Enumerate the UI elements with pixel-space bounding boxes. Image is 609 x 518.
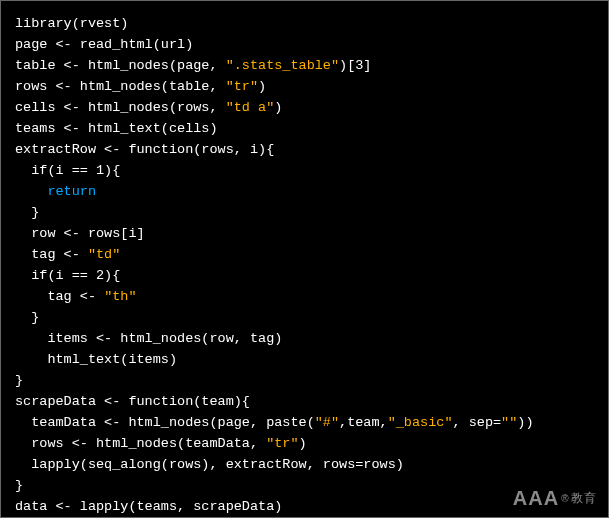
code-line: page <- read_html(url) bbox=[15, 34, 594, 55]
watermark-brand: AAA bbox=[513, 488, 559, 509]
code-token: rows <- html_nodes(teamData, bbox=[15, 436, 266, 451]
code-token: items <- html_nodes(row, tag) bbox=[15, 331, 282, 346]
code-token: )) bbox=[517, 415, 533, 430]
code-line: library(rvest) bbox=[15, 13, 594, 34]
code-token: tag <- bbox=[15, 289, 104, 304]
code-token: page <- read_html(url) bbox=[15, 37, 193, 52]
code-token: library(rvest) bbox=[15, 16, 128, 31]
code-token bbox=[15, 184, 47, 199]
code-line: items <- html_nodes(row, tag) bbox=[15, 328, 594, 349]
code-token: "tr" bbox=[266, 436, 298, 451]
code-token: tag <- bbox=[15, 247, 88, 262]
code-line: } bbox=[15, 202, 594, 223]
code-token: "#" bbox=[315, 415, 339, 430]
code-token: teamData <- html_nodes(page, paste( bbox=[15, 415, 315, 430]
code-line: if(i == 1){ bbox=[15, 160, 594, 181]
code-token: "th" bbox=[104, 289, 136, 304]
watermark-registered: ® bbox=[561, 488, 569, 509]
code-line: lapply(seq_along(rows), extractRow, rows… bbox=[15, 454, 594, 475]
watermark: AAA®教育 bbox=[513, 488, 596, 509]
code-token: return bbox=[47, 184, 96, 199]
code-line: } bbox=[15, 475, 594, 496]
code-token: scrapeData <- function(team){ bbox=[15, 394, 250, 409]
code-token: "tr" bbox=[226, 79, 258, 94]
code-token: if(i == 2){ bbox=[15, 268, 120, 283]
code-block: library(rvest)page <- read_html(url)tabl… bbox=[0, 0, 609, 518]
code-token: "td a" bbox=[226, 100, 275, 115]
code-token: table <- html_nodes(page, bbox=[15, 58, 226, 73]
code-token: "" bbox=[501, 415, 517, 430]
code-token: ) bbox=[299, 436, 307, 451]
code-line: cells <- html_nodes(rows, "td a") bbox=[15, 97, 594, 118]
code-token: rows <- html_nodes(table, bbox=[15, 79, 226, 94]
code-token: ".stats_table" bbox=[226, 58, 339, 73]
code-line: return bbox=[15, 181, 594, 202]
code-line: extractRow <- function(rows, i){ bbox=[15, 139, 594, 160]
code-line: if(i == 2){ bbox=[15, 265, 594, 286]
code-token: } bbox=[15, 478, 23, 493]
code-line: } bbox=[15, 307, 594, 328]
code-token: , sep= bbox=[452, 415, 501, 430]
code-line: tag <- "th" bbox=[15, 286, 594, 307]
code-token: row <- rows[i] bbox=[15, 226, 145, 241]
code-line: rows <- html_nodes(table, "tr") bbox=[15, 76, 594, 97]
code-token: ) bbox=[258, 79, 266, 94]
code-token: cells <- html_nodes(rows, bbox=[15, 100, 226, 115]
code-token: } bbox=[15, 310, 39, 325]
code-line: } bbox=[15, 370, 594, 391]
code-line: tag <- "td" bbox=[15, 244, 594, 265]
code-token: "td" bbox=[88, 247, 120, 262]
code-line: table <- html_nodes(page, ".stats_table"… bbox=[15, 55, 594, 76]
code-line: teams <- html_text(cells) bbox=[15, 118, 594, 139]
code-line: html_text(items) bbox=[15, 349, 594, 370]
code-token: teams <- html_text(cells) bbox=[15, 121, 218, 136]
code-token: extractRow <- function(rows, i){ bbox=[15, 142, 274, 157]
code-token: } bbox=[15, 373, 23, 388]
code-token: )[3] bbox=[339, 58, 371, 73]
code-token: } bbox=[15, 205, 39, 220]
code-token: lapply(seq_along(rows), extractRow, rows… bbox=[15, 457, 404, 472]
code-token: html_text(items) bbox=[15, 352, 177, 367]
code-token: data <- lapply(teams, scrapeData) bbox=[15, 499, 282, 514]
code-line: teamData <- html_nodes(page, paste("#",t… bbox=[15, 412, 594, 433]
code-line: row <- rows[i] bbox=[15, 223, 594, 244]
code-line: data <- lapply(teams, scrapeData) bbox=[15, 496, 594, 517]
code-token: ,team, bbox=[339, 415, 388, 430]
code-lines: library(rvest)page <- read_html(url)tabl… bbox=[15, 13, 594, 517]
code-line: scrapeData <- function(team){ bbox=[15, 391, 594, 412]
watermark-suffix: 教育 bbox=[571, 488, 596, 509]
code-token: "_basic" bbox=[388, 415, 453, 430]
code-line: rows <- html_nodes(teamData, "tr") bbox=[15, 433, 594, 454]
code-token: if(i == 1){ bbox=[15, 163, 120, 178]
code-token: ) bbox=[274, 100, 282, 115]
